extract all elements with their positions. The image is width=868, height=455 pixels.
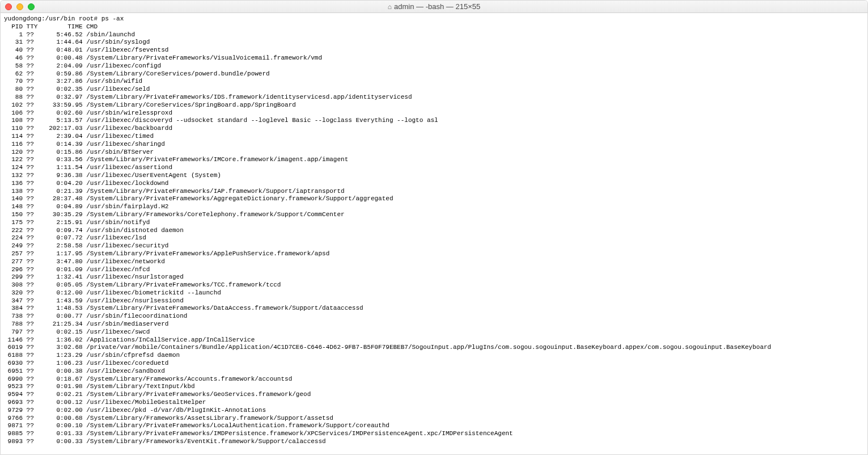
pid-cell: 9523 [4,383,23,391]
cmd-cell: /usr/libexec/nfcd [83,266,150,273]
tty-cell: ?? [23,125,37,133]
cmd-cell: /System/Library/PrivateFrameworks/IAP.fr… [83,188,345,195]
time-cell: 33:59.95 [37,102,82,109]
process-row: 9693 ??0:00.12 /usr/libexec/MobileGestal… [4,399,867,407]
time-cell: 0:00.10 [37,422,82,430]
cmd-cell: /System/Library/TextInput/kbd [83,383,195,390]
time-cell: 1:44.64 [37,39,82,47]
tty-cell: ?? [23,219,37,227]
time-cell: 0:01.98 [37,383,82,391]
process-row: 788 ??21:25.34 /usr/sbin/mediaserverd [4,321,867,328]
process-row: 138 ??0:21.39 /System/Library/PrivateFra… [4,188,867,196]
pid-cell: 9766 [4,415,23,423]
shell-prompt: yudongdong:/usr/bin root# [4,15,101,22]
tty-cell: ?? [23,86,37,94]
process-row: 122 ??0:33.56 /System/Library/PrivateFra… [4,156,867,164]
process-row: 277 ??3:47.80 /usr/libexec/networkd [4,258,867,266]
process-row: 299 ??1:32.41 /usr/libexec/nsurlstoraged [4,273,867,281]
process-row: 296 ??0:01.09 /usr/libexec/nfcd [4,266,867,274]
tty-cell: ?? [23,266,37,274]
cmd-cell: /usr/libexec/nsurlstoraged [83,273,184,280]
time-cell: 0:01.09 [37,266,82,274]
zoom-button[interactable] [28,3,35,10]
close-button[interactable] [5,3,12,10]
tty-cell: ?? [23,54,37,62]
cmd-cell: /usr/libexec/fseventsd [83,47,169,53]
tty-cell: ?? [23,195,37,203]
process-row: 384 ??1:48.53 /System/Library/PrivateFra… [4,305,867,313]
pid-cell: 140 [4,195,23,203]
process-row: 175 ??2:15.91 /usr/sbin/notifyd [4,219,867,227]
pid-cell: 1146 [4,336,23,344]
cmd-cell: /usr/sbin/BTServer [83,149,154,155]
tty-cell: ?? [23,438,37,446]
tty-cell: ?? [23,234,37,242]
tty-cell: ?? [23,360,37,368]
pid-cell: PID [4,23,23,31]
tty-cell: ?? [23,344,37,352]
window-titlebar[interactable]: ⌂ admin — -bash — 215×55 [1,1,867,13]
pid-cell: 110 [4,125,23,133]
tty-cell: ?? [23,164,37,172]
tty-cell: ?? [23,117,37,125]
pid-cell: 308 [4,281,23,289]
process-row: 320 ??0:12.00 /usr/libexec/biometrickitd… [4,289,867,297]
time-cell: 3:02.68 [37,344,82,352]
time-cell: 0:15.86 [37,149,82,157]
time-cell: 1:43.59 [37,297,82,305]
minimize-button[interactable] [16,3,23,10]
tty-cell: ?? [23,250,37,258]
cmd-cell: /System/Library/PrivateFrameworks/GeoSer… [83,391,311,398]
cmd-cell: /System/Library/PrivateFrameworks/Aggreg… [83,195,393,202]
pid-cell: 88 [4,94,23,102]
process-row: 70 ??3:27.86 /usr/sbin/wifid [4,78,867,86]
time-cell: 2:58.58 [37,242,82,250]
tty-cell: ?? [23,62,37,70]
tty-cell: ?? [23,289,37,297]
pid-cell: 738 [4,313,23,321]
pid-cell: 106 [4,109,23,117]
pid-cell: 40 [4,47,23,54]
pid-cell: 6930 [4,360,23,368]
terminal-content[interactable]: yudongdong:/usr/bin root# ps -ax PID TTY… [1,13,867,454]
time-cell: 0:04.20 [37,180,82,188]
cmd-cell: /private/var/mobile/Containers/Bundle/Ap… [83,344,772,351]
cmd-cell: /Applications/InCallService.app/InCallSe… [83,336,255,343]
cmd-cell: /usr/libexec/sandboxd [83,368,165,374]
time-cell: 1:48.53 [37,305,82,313]
time-cell: 0:02.35 [37,86,82,94]
process-row: 80 ??0:02.35 /usr/libexec/seld [4,86,867,94]
cmd-cell: /usr/libexec/nsurlsessiond [83,297,184,304]
time-cell: 0:00.38 [37,368,82,376]
time-cell: 0:48.01 [37,47,82,54]
pid-cell: 249 [4,242,23,250]
process-row: 108 ??5:13.57 /usr/libexec/discoveryd --… [4,117,867,125]
cmd-cell: /System/Library/Frameworks/AssetsLibrary… [83,415,333,422]
time-cell: 3:27.86 [37,78,82,86]
process-row: 222 ??0:09.74 /usr/sbin/distnoted daemon [4,227,867,235]
time-cell: 0:05.05 [37,281,82,289]
time-cell: 21:25.34 [37,321,82,328]
pid-cell: 31 [4,39,23,47]
tty-cell: ?? [23,39,37,47]
cmd-cell: /usr/sbin/fairplayd.H2 [83,203,169,210]
time-cell: 1:36.02 [37,336,82,344]
pid-cell: 58 [4,62,23,70]
tty-cell: ?? [23,211,37,219]
process-row: 6990 ??0:18.67 /System/Library/Framework… [4,376,867,384]
process-row: 308 ??0:05.05 /System/Library/PrivateFra… [4,281,867,289]
pid-cell: 320 [4,289,23,297]
time-cell: 0:00.68 [37,415,82,423]
time-cell: 0:00.77 [37,313,82,321]
cmd-cell: /usr/libexec/sharingd [83,141,165,148]
cmd-cell: /System/Library/PrivateFrameworks/Visual… [83,54,322,61]
cmd-cell: /System/Library/PrivateFrameworks/IMDPer… [83,430,513,437]
cmd-cell: /usr/libexec/assertiond [83,164,172,171]
process-row: 136 ??0:04.20 /usr/libexec/lockdownd [4,180,867,188]
tty-cell: ?? [23,383,37,391]
process-row: 148 ??0:04.89 /usr/sbin/fairplayd.H2 [4,203,867,211]
pid-cell: 296 [4,266,23,274]
tty-cell: ?? [23,141,37,149]
time-cell: 0:00.12 [37,399,82,407]
cmd-cell: /usr/libexec/swcd [83,328,150,335]
